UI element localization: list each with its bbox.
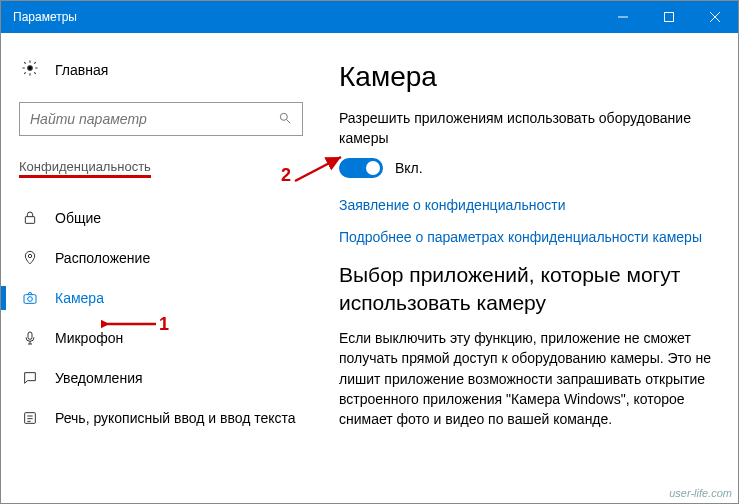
section2-title: Выбор приложений, которые могут использо… — [339, 261, 712, 316]
page-title: Камера — [339, 61, 712, 93]
search-icon — [278, 111, 292, 128]
sidebar-item-microphone[interactable]: Микрофон — [19, 318, 303, 358]
microphone-icon — [21, 329, 39, 347]
home-label: Главная — [55, 62, 108, 78]
sidebar: Главная Конфиденциальность Общие Располо… — [1, 33, 321, 503]
search-input[interactable] — [30, 111, 278, 127]
section-label: Конфиденциальность — [19, 159, 151, 178]
maximize-button[interactable] — [646, 1, 692, 33]
more-settings-link[interactable]: Подробнее о параметрах конфиденциальност… — [339, 228, 712, 248]
window-controls — [600, 1, 738, 33]
sidebar-item-label: Расположение — [55, 250, 150, 266]
sidebar-item-label: Камера — [55, 290, 104, 306]
svg-rect-7 — [25, 217, 34, 224]
sidebar-item-label: Общие — [55, 210, 101, 226]
svg-point-8 — [28, 254, 31, 257]
gear-icon — [21, 59, 39, 80]
sidebar-item-general[interactable]: Общие — [19, 198, 303, 238]
watermark: user-life.com — [669, 487, 732, 499]
sidebar-item-location[interactable]: Расположение — [19, 238, 303, 278]
sidebar-item-label: Речь, рукописный ввод и ввод текста — [55, 410, 296, 426]
home-link[interactable]: Главная — [19, 53, 303, 86]
sidebar-item-label: Микрофон — [55, 330, 123, 346]
svg-rect-9 — [24, 295, 36, 304]
speech-icon — [21, 409, 39, 427]
allow-description: Разрешить приложениям использовать обору… — [339, 109, 712, 148]
close-button[interactable] — [692, 1, 738, 33]
sidebar-item-speech[interactable]: Речь, рукописный ввод и ввод текста — [19, 398, 303, 438]
camera-icon — [21, 289, 39, 307]
toggle-row: Вкл. — [339, 158, 712, 178]
toggle-state-label: Вкл. — [395, 160, 423, 176]
window-title: Параметры — [13, 10, 77, 24]
svg-rect-11 — [28, 332, 32, 339]
minimize-button[interactable] — [600, 1, 646, 33]
sidebar-item-label: Уведомления — [55, 370, 143, 386]
camera-toggle[interactable] — [339, 158, 383, 178]
svg-rect-1 — [665, 13, 674, 22]
search-box[interactable] — [19, 102, 303, 136]
svg-point-10 — [28, 297, 33, 302]
lock-icon — [21, 209, 39, 227]
section2-body: Если выключить эту функцию, приложение н… — [339, 328, 712, 429]
location-icon — [21, 249, 39, 267]
privacy-statement-link[interactable]: Заявление о конфиденциальности — [339, 196, 712, 216]
notifications-icon — [21, 369, 39, 387]
nav: Общие Расположение Камера Микрофон Уведо… — [19, 198, 303, 438]
titlebar: Параметры — [1, 1, 738, 33]
svg-point-4 — [28, 66, 33, 71]
sidebar-item-camera[interactable]: Камера — [19, 278, 303, 318]
main-content: Камера Разрешить приложениям использоват… — [321, 33, 738, 503]
svg-point-5 — [280, 113, 287, 120]
sidebar-item-notifications[interactable]: Уведомления — [19, 358, 303, 398]
svg-line-6 — [287, 119, 291, 123]
